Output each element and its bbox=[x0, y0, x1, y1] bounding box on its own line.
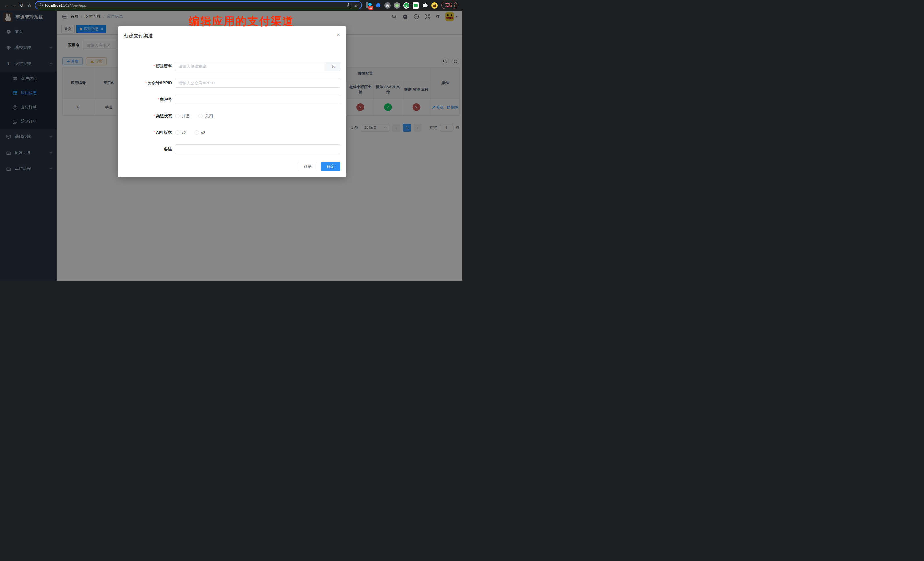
percent-suffix: % bbox=[327, 62, 340, 71]
extension-command-icon[interactable]: ⌘ bbox=[384, 2, 391, 9]
info-icon[interactable]: i bbox=[39, 3, 42, 8]
radio-icon bbox=[195, 130, 199, 135]
form-row-appid: *公众号APPID bbox=[118, 78, 346, 88]
share-icon[interactable] bbox=[347, 3, 351, 8]
extension-chat-icon[interactable] bbox=[412, 2, 419, 9]
radio-icon bbox=[198, 114, 202, 118]
extension-badge: 10 bbox=[368, 6, 373, 10]
remark-input[interactable] bbox=[175, 144, 340, 154]
fee-rate-input[interactable] bbox=[175, 62, 327, 71]
dialog-form: *渠道费率 % *公众号APPID *商户号 *渠道状态 开启 bbox=[118, 62, 346, 161]
browser-toolbar: ← → ↻ ⌂ i localhost:1024/pay/app ☆ 10 ⌘ … bbox=[0, 0, 462, 10]
extension-y-icon[interactable]: y bbox=[403, 2, 410, 9]
form-row-channel-status: *渠道状态 开启 关闭 bbox=[118, 111, 346, 121]
profile-avatar-icon[interactable] bbox=[431, 2, 438, 9]
browser-back-button[interactable]: ← bbox=[2, 2, 10, 9]
browser-update-button[interactable]: 更新 bbox=[441, 2, 457, 9]
confirm-button[interactable]: 确定 bbox=[321, 162, 340, 171]
radio-status-open[interactable]: 开启 bbox=[175, 114, 190, 119]
create-pay-channel-dialog: 创建支付渠道 × *渠道费率 % *公众号APPID *商户号 *渠道状态 bbox=[118, 26, 346, 177]
radio-status-closed[interactable]: 关闭 bbox=[198, 114, 213, 119]
form-row-fee-rate: *渠道费率 % bbox=[118, 62, 346, 71]
merchant-id-input[interactable] bbox=[175, 95, 340, 104]
extension-record-icon[interactable] bbox=[393, 2, 400, 9]
app-window: 芋道管理系统 首页 系统管理 ¥ 支付管理 bbox=[0, 10, 462, 280]
browser-forward-button[interactable]: → bbox=[10, 2, 18, 9]
cancel-button[interactable]: 取消 bbox=[298, 162, 317, 171]
appid-input[interactable] bbox=[175, 78, 340, 88]
extension-balloon-icon[interactable] bbox=[375, 2, 381, 9]
extension-diamond-icon[interactable]: 10 bbox=[365, 2, 372, 9]
radio-icon bbox=[175, 130, 180, 135]
form-row-api-version: *API 版本 v2 v3 bbox=[118, 128, 346, 137]
address-bar[interactable]: i localhost:1024/pay/app ☆ bbox=[35, 1, 362, 9]
dialog-close-icon[interactable]: × bbox=[337, 32, 340, 38]
url-text: localhost:1024/pay/app bbox=[45, 3, 87, 8]
annotation-text: 编辑应用的支付渠道 bbox=[189, 14, 294, 28]
dialog-footer: 取消 确定 bbox=[298, 162, 340, 171]
extension-strip: 10 ⌘ y bbox=[365, 2, 438, 9]
radio-api-v2[interactable]: v2 bbox=[175, 130, 186, 135]
dialog-title: 创建支付渠道 bbox=[124, 33, 153, 39]
browser-menu-icon[interactable] bbox=[454, 3, 455, 7]
radio-api-v3[interactable]: v3 bbox=[195, 130, 206, 135]
browser-home-button[interactable]: ⌂ bbox=[26, 2, 33, 9]
browser-reload-button[interactable]: ↻ bbox=[18, 2, 26, 9]
bookmark-star-icon[interactable]: ☆ bbox=[354, 3, 358, 8]
extensions-puzzle-icon[interactable] bbox=[422, 2, 429, 9]
form-row-remark: 备注 bbox=[118, 144, 346, 154]
radio-icon bbox=[175, 114, 180, 118]
form-row-merchant-id: *商户号 bbox=[118, 95, 346, 104]
